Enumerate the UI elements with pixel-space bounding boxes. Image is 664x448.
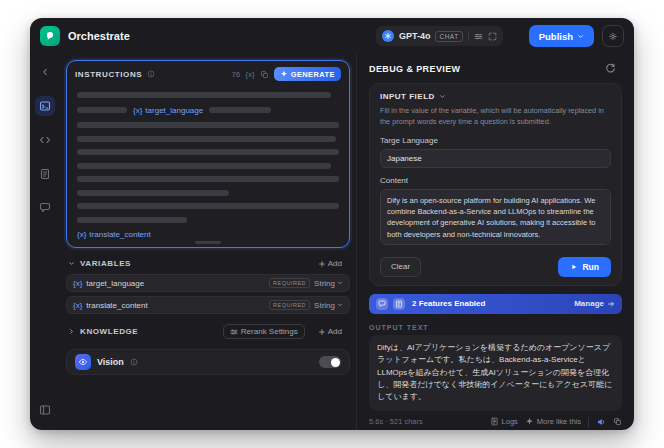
logs-button[interactable]: Logs: [490, 417, 518, 426]
required-badge: REQUIRED: [269, 278, 310, 288]
required-badge: REQUIRED: [269, 300, 310, 310]
input-field-card: INPUT FIELD Fill in the value of the var…: [369, 83, 622, 286]
variables-title: VARIABLES: [80, 259, 131, 268]
variable-token[interactable]: {x}target_language: [133, 106, 203, 115]
debug-column: DEBUG & PREVIEW INPUT FIELD Fill in the …: [356, 54, 634, 430]
plus-icon: [318, 260, 326, 268]
variable-token-prefix: {x}: [73, 279, 82, 288]
target-language-label: Targe Language: [380, 136, 611, 145]
manage-features-link[interactable]: Manage: [574, 299, 615, 308]
citation-icon: [393, 298, 405, 310]
model-mode-badge: CHAT: [435, 31, 462, 42]
variables-header[interactable]: VARIABLES Add: [66, 257, 350, 270]
add-knowledge-button[interactable]: Add: [312, 326, 348, 337]
output-text-title: OUTPUT TEXT: [369, 324, 622, 331]
skeleton-line: [77, 122, 339, 128]
more-like-this-button[interactable]: More like this: [525, 417, 581, 426]
skeleton-line: [77, 92, 339, 98]
prompt-editor[interactable]: {x}target_language {x}translate_conte: [67, 84, 349, 247]
vision-toggle[interactable]: [319, 356, 341, 368]
features-enabled-text: 2 Features Enabled: [412, 299, 485, 308]
eye-icon: [75, 354, 91, 370]
gear-icon: [609, 31, 617, 42]
copy-icon[interactable]: [260, 70, 269, 79]
sidebar-item-annotations[interactable]: [35, 198, 55, 218]
run-row: Clear Run: [380, 257, 611, 277]
openai-icon: [382, 30, 394, 42]
variable-row[interactable]: {x} translate_content REQUIRED String: [66, 296, 350, 314]
clear-button[interactable]: Clear: [380, 257, 421, 277]
model-params-icon[interactable]: [474, 32, 483, 41]
debug-header: DEBUG & PREVIEW: [369, 62, 622, 75]
debug-title: DEBUG & PREVIEW: [369, 64, 461, 74]
sparkle-icon: [280, 70, 288, 78]
skeleton-line: [77, 190, 339, 196]
variable-type-select[interactable]: String: [314, 301, 343, 310]
add-variable-button[interactable]: Add: [312, 258, 348, 269]
orchestrate-column: INSTRUCTIONS 76 {x} GENERATE: [60, 54, 356, 430]
app-window: Orchestrate GPT-4o CHAT Publish: [30, 18, 634, 430]
chevron-down-icon: [577, 33, 584, 40]
main-body: INSTRUCTIONS 76 {x} GENERATE: [30, 54, 634, 430]
input-field-description: Fill in the value of the variable, which…: [380, 106, 611, 128]
knowledge-section: KNOWLEDGE Rerank Settings Add: [66, 323, 350, 340]
content-label: Content: [380, 176, 611, 185]
back-icon[interactable]: [35, 62, 55, 82]
variable-token-prefix: {x}: [73, 301, 82, 310]
instructions-title: INSTRUCTIONS: [75, 70, 142, 79]
skeleton-line: [77, 136, 339, 142]
knowledge-header[interactable]: KNOWLEDGE Rerank Settings Add: [66, 323, 350, 340]
refresh-icon: [605, 63, 616, 74]
sidebar-item-logs[interactable]: [35, 164, 55, 184]
chevron-down-icon: [439, 93, 446, 100]
refresh-button[interactable]: [599, 62, 622, 75]
publish-button[interactable]: Publish: [529, 25, 594, 47]
left-sidebar: [30, 54, 60, 430]
page-title: Orchestrate: [68, 30, 130, 42]
app-header: Orchestrate GPT-4o CHAT Publish: [30, 18, 634, 54]
target-language-input[interactable]: [380, 149, 611, 168]
skeleton-line: [77, 149, 339, 155]
sidebar-item-api[interactable]: [35, 130, 55, 150]
settings-button[interactable]: [602, 25, 624, 47]
sidebar-item-orchestrate[interactable]: [35, 96, 55, 116]
copy-output-icon[interactable]: [613, 417, 622, 426]
model-name: GPT-4o: [399, 31, 431, 41]
sparkle-icon: [525, 417, 534, 426]
variable-name: translate_content: [86, 301, 147, 310]
model-selector[interactable]: GPT-4o CHAT: [376, 26, 503, 46]
input-field-header[interactable]: INPUT FIELD: [380, 92, 611, 101]
rerank-settings-button[interactable]: Rerank Settings: [223, 324, 305, 339]
maximize-icon[interactable]: [488, 32, 497, 41]
scroll-indicator[interactable]: [195, 241, 221, 244]
variable-token[interactable]: {x}translate_content: [77, 230, 151, 239]
instructions-header: INSTRUCTIONS 76 {x} GENERATE: [67, 61, 349, 84]
variable-type-select[interactable]: String: [314, 279, 343, 288]
sliders-icon: [230, 328, 238, 336]
generate-button[interactable]: GENERATE: [274, 67, 341, 81]
variable-row[interactable]: {x} target_language REQUIRED String: [66, 274, 350, 292]
chevron-down-icon: [337, 302, 343, 308]
char-count: 76: [231, 70, 240, 79]
chevron-right-icon: [68, 328, 75, 335]
chevron-down-icon: [68, 260, 75, 267]
braces-icon[interactable]: {x}: [245, 70, 254, 79]
skeleton-line: [77, 217, 339, 223]
skeleton-line: {x}target_language: [77, 106, 339, 115]
chevron-down-icon: [337, 280, 343, 286]
knowledge-title: KNOWLEDGE: [80, 327, 138, 336]
arrow-right-icon: [607, 300, 615, 308]
features-bar[interactable]: 2 Features Enabled Manage: [369, 294, 622, 314]
variable-name: target_language: [86, 279, 144, 288]
speaker-icon[interactable]: [596, 417, 606, 427]
output-footer: 5.6s · 521 chars Logs More like this: [369, 417, 622, 427]
output-meta: 5.6s · 521 chars: [369, 417, 423, 426]
dify-logo: [40, 26, 60, 46]
variables-section: VARIABLES Add {x} target_language REQUIR…: [66, 257, 350, 314]
logs-icon: [490, 417, 499, 426]
collapse-panel-icon[interactable]: [35, 400, 55, 420]
skeleton-line: [77, 176, 339, 182]
vision-card: Vision: [66, 349, 350, 375]
run-button[interactable]: Run: [558, 257, 611, 277]
content-textarea[interactable]: Dify is an open-source platform for buil…: [380, 189, 611, 245]
